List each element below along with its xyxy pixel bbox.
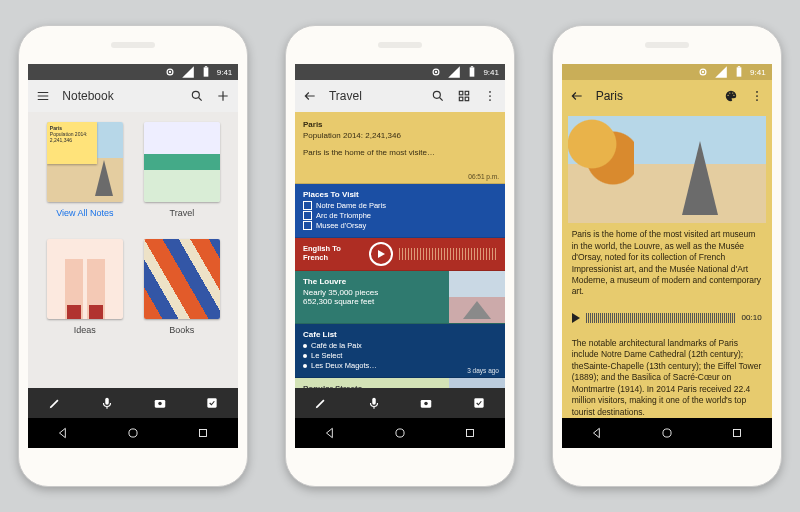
app-bar: Travel	[295, 80, 505, 112]
card-thumb-ideas	[47, 239, 123, 319]
palette-icon[interactable]	[724, 89, 738, 103]
checklist-item[interactable]: Arc de Triomphe	[303, 211, 497, 220]
card-ideas[interactable]: Ideas	[42, 239, 127, 344]
note-title: Paris	[303, 120, 497, 129]
svg-point-1	[169, 71, 171, 73]
search-icon[interactable]	[190, 89, 204, 103]
nav-home-icon[interactable]	[660, 426, 674, 440]
checkbox-icon[interactable]	[472, 396, 486, 410]
note-thumb-street	[449, 378, 505, 388]
svg-rect-19	[465, 97, 469, 101]
note-timestamp: 3 days ago	[467, 367, 499, 374]
svg-point-25	[424, 402, 428, 406]
phone-travel-list: 9:41 Travel Paris Population 2014: 2,241…	[285, 25, 515, 487]
svg-point-40	[663, 429, 671, 437]
note-timestamp: 06:51 p.m.	[468, 173, 499, 180]
nav-back-icon[interactable]	[323, 426, 337, 440]
device-speaker	[111, 42, 155, 48]
note-louvre[interactable]: The Louvre Nearly 35,000 pieces 652,300 …	[295, 271, 505, 324]
add-icon[interactable]	[216, 89, 230, 103]
status-clock: 9:41	[483, 68, 499, 77]
signal-icon	[447, 65, 461, 79]
nav-home-icon[interactable]	[393, 426, 407, 440]
screen: 9:41 Paris Paris is the home of the most…	[562, 64, 772, 448]
screen: 9:41 Travel Paris Population 2014: 2,241…	[295, 64, 505, 448]
list-item: Café de la Paix	[303, 341, 497, 350]
app-title: Notebook	[62, 89, 178, 103]
pencil-icon[interactable]	[48, 396, 62, 410]
grid-view-icon[interactable]	[457, 89, 471, 103]
svg-point-21	[489, 95, 491, 97]
signal-icon	[714, 65, 728, 79]
nav-back-icon[interactable]	[590, 426, 604, 440]
svg-point-27	[396, 429, 404, 437]
target-icon	[429, 65, 443, 79]
back-icon[interactable]	[570, 89, 584, 103]
checkbox-icon[interactable]	[205, 396, 219, 410]
overflow-icon[interactable]	[483, 89, 497, 103]
note-line: Nearly 35,000 pieces	[303, 288, 445, 297]
mic-icon[interactable]	[100, 396, 114, 410]
note-paris[interactable]: Paris Population 2014: 2,241,346 Paris i…	[295, 112, 505, 184]
notebook-grid: Paris Population 2014: 2,241,346 View Al…	[28, 112, 238, 388]
camera-icon[interactable]	[153, 396, 167, 410]
pencil-icon[interactable]	[314, 396, 328, 410]
svg-rect-32	[738, 66, 740, 67]
note-list[interactable]: Paris Population 2014: 2,241,346 Paris i…	[295, 112, 505, 388]
svg-point-34	[729, 93, 730, 94]
play-icon[interactable]	[369, 242, 393, 266]
card-books[interactable]: Books	[139, 239, 224, 344]
card-thumb-paris: Paris Population 2014: 2,241,346	[47, 122, 123, 202]
svg-point-33	[727, 95, 728, 96]
audio-duration: 00:10	[742, 313, 762, 322]
svg-point-9	[129, 429, 137, 437]
play-icon[interactable]	[572, 313, 580, 323]
nav-recents-icon[interactable]	[196, 426, 210, 440]
battery-icon	[465, 65, 479, 79]
status-clock: 9:41	[217, 68, 233, 77]
note-line: Paris is the home of the most visite…	[303, 148, 497, 157]
note-audio-english-to-french[interactable]: English To French	[295, 238, 505, 271]
checklist-item[interactable]: Musee d'Orsay	[303, 221, 497, 230]
svg-rect-23	[372, 398, 376, 405]
nav-recents-icon[interactable]	[463, 426, 477, 440]
search-icon[interactable]	[431, 89, 445, 103]
list-item: Le Select	[303, 351, 497, 360]
note-line: Population 2014: 2,241,346	[303, 131, 497, 140]
note-thumb-louvre	[449, 271, 505, 323]
note-places-to-visit[interactable]: Places To Visit Notre Dame de Paris Arc …	[295, 184, 505, 238]
bottom-toolbar	[295, 388, 505, 418]
svg-point-39	[756, 99, 758, 101]
device-speaker	[645, 42, 689, 48]
nav-home-icon[interactable]	[126, 426, 140, 440]
svg-rect-10	[200, 430, 207, 437]
phone-notebook-grid: 9:41 Notebook Paris Population 2014: 2,2…	[18, 25, 248, 487]
article-body[interactable]: Paris is the home of the most visited ar…	[562, 112, 772, 418]
android-nav-bar	[28, 418, 238, 448]
audio-waveform[interactable]	[586, 313, 736, 323]
audio-player[interactable]: 00:10	[572, 306, 762, 330]
note-cafe-list[interactable]: Cafe List Café de la Paix Le Select Les …	[295, 324, 505, 378]
card-travel[interactable]: Travel	[139, 122, 224, 227]
target-icon	[696, 65, 710, 79]
overflow-icon[interactable]	[750, 89, 764, 103]
note-title: English To French	[303, 244, 363, 262]
svg-rect-31	[737, 67, 742, 76]
nav-back-icon[interactable]	[56, 426, 70, 440]
back-icon[interactable]	[303, 89, 317, 103]
svg-rect-41	[733, 430, 740, 437]
android-nav-bar	[562, 418, 772, 448]
device-speaker	[378, 42, 422, 48]
card-all-notes[interactable]: Paris Population 2014: 2,241,346 View Al…	[42, 122, 127, 227]
menu-icon[interactable]	[36, 89, 50, 103]
note-popular-streets[interactable]: Popular Streets Avenue des Champs-Élysée…	[295, 378, 505, 388]
mic-icon[interactable]	[367, 396, 381, 410]
battery-icon	[732, 65, 746, 79]
checklist-item[interactable]: Notre Dame de Paris	[303, 201, 497, 210]
camera-icon[interactable]	[419, 396, 433, 410]
nav-recents-icon[interactable]	[730, 426, 744, 440]
svg-point-30	[702, 71, 704, 73]
svg-rect-17	[465, 91, 469, 95]
view-all-notes-link[interactable]: View All Notes	[56, 208, 113, 218]
card-label: Travel	[169, 208, 194, 218]
